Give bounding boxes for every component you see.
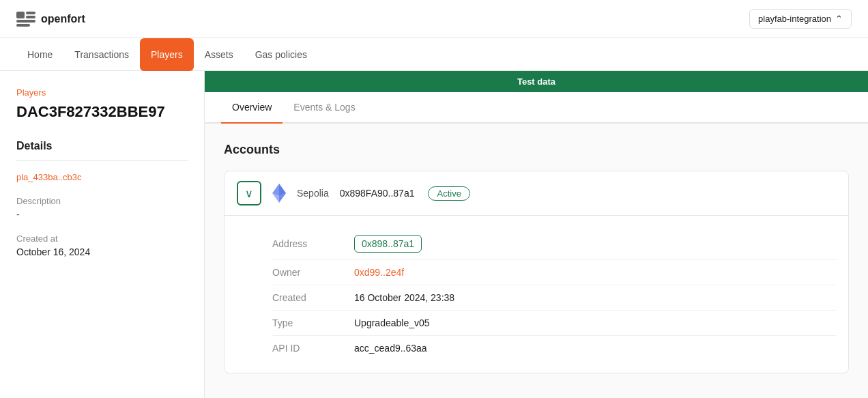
player-ref[interactable]: pla_433ba..cb3c	[16, 172, 188, 182]
detail-val-type: Upgradeable_v05	[354, 317, 430, 328]
accounts-title: Accounts	[224, 143, 849, 157]
account-card: ∨ Sepolia 0x898FA90..87a1 Active	[224, 171, 849, 373]
nav-item-assets[interactable]: Assets	[194, 38, 244, 71]
svg-rect-4	[16, 24, 30, 27]
status-badge: Active	[428, 186, 469, 201]
nav-item-gas-policies[interactable]: Gas policies	[244, 38, 318, 71]
account-address-short: 0x898FA90..87a1	[340, 188, 415, 199]
player-id: DAC3F827332BBE97	[16, 103, 188, 121]
svg-rect-0	[16, 12, 25, 18]
svg-rect-2	[26, 16, 35, 18]
description-label: Description	[16, 196, 188, 206]
chevron-icon: ⌃	[835, 14, 843, 24]
account-header: ∨ Sepolia 0x898FA90..87a1 Active	[225, 171, 848, 216]
expand-button[interactable]: ∨	[237, 181, 261, 205]
breadcrumb[interactable]: Players	[16, 87, 188, 98]
detail-row-address: Address 0x898..87a1	[272, 228, 836, 260]
divider	[16, 160, 188, 161]
detail-key-type: Type	[272, 317, 354, 328]
detail-row-type: Type Upgradeable_v05	[272, 311, 836, 336]
logo-icon	[16, 12, 35, 27]
description-value: -	[16, 209, 188, 220]
nav-item-transactions[interactable]: Transactions	[63, 38, 140, 71]
details-title: Details	[16, 140, 188, 152]
created-at-value: October 16, 2024	[16, 246, 188, 257]
content-body: Accounts ∨ Sepolia	[205, 124, 868, 393]
detail-key-api-id: API ID	[272, 343, 354, 354]
detail-key-owner: Owner	[272, 267, 354, 278]
content-area: Test data Overview Events & Logs Account…	[205, 71, 868, 398]
tab-events-logs[interactable]: Events & Logs	[283, 92, 366, 124]
network-name: Sepolia	[297, 188, 329, 199]
main-nav: Home Transactions Players Assets Gas pol…	[0, 38, 868, 71]
detail-val-owner[interactable]: 0xd99..2e4f	[354, 267, 404, 278]
sidebar: Players DAC3F827332BBE97 Details pla_433…	[0, 71, 205, 398]
detail-val-api-id: acc_cead9..63aa	[354, 343, 427, 354]
topbar: openfort playfab-integration ⌃	[0, 0, 868, 38]
detail-val-created: 16 October 2024, 23:38	[354, 292, 454, 303]
created-at-label: Created at	[16, 233, 188, 244]
detail-key-address: Address	[272, 238, 354, 249]
detail-row-api-id: API ID acc_cead9..63aa	[272, 336, 836, 360]
main-layout: Players DAC3F827332BBE97 Details pla_433…	[0, 71, 868, 398]
svg-rect-1	[26, 12, 35, 14]
nav-item-players[interactable]: Players	[140, 38, 194, 71]
test-data-badge: Test data	[508, 74, 565, 89]
detail-row-created: Created 16 October 2024, 23:38	[272, 285, 836, 311]
ethereum-icon	[270, 184, 289, 203]
test-data-bar: Test data	[205, 71, 868, 92]
detail-row-owner: Owner 0xd99..2e4f	[272, 260, 836, 285]
account-details: Address 0x898..87a1 Owner 0xd99..2e4f Cr…	[225, 216, 848, 373]
tab-overview[interactable]: Overview	[221, 92, 283, 124]
detail-val-address[interactable]: 0x898..87a1	[354, 235, 422, 253]
nav-item-home[interactable]: Home	[16, 38, 63, 71]
tabs: Overview Events & Logs	[205, 92, 868, 124]
detail-key-created: Created	[272, 292, 354, 303]
chevron-down-icon: ∨	[245, 187, 253, 200]
svg-rect-3	[16, 20, 35, 23]
workspace-name: playfab-integration	[758, 14, 831, 24]
logo: openfort	[16, 12, 85, 27]
app-name: openfort	[41, 13, 85, 25]
workspace-selector[interactable]: playfab-integration ⌃	[749, 9, 852, 29]
